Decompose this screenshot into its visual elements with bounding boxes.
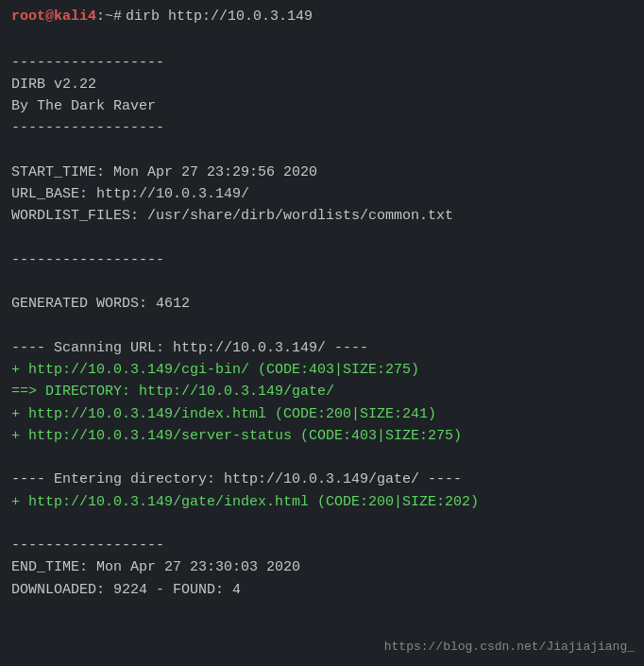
- terminal-window: root@kali4:~# dirb http://10.0.3.149 ---…: [0, 0, 644, 666]
- prompt-command: dirb http://10.0.3.149: [126, 6, 313, 27]
- terminal-line: [11, 140, 633, 162]
- terminal-line: [11, 271, 633, 293]
- terminal-line: ---- Entering directory: http://10.0.3.1…: [11, 469, 633, 490]
- terminal-line: ---- Scanning URL: http://10.0.3.149/ --…: [11, 337, 633, 359]
- terminal-line: DIRB v2.22: [11, 74, 633, 95]
- terminal-line: GENERATED WORDS: 4612: [11, 293, 633, 315]
- terminal-line: ------------------: [11, 535, 633, 556]
- terminal-line: ------------------: [11, 249, 633, 271]
- terminal-line: + http://10.0.3.149/cgi-bin/ (CODE:403|S…: [11, 359, 633, 381]
- terminal-line: By The Dark Raver: [11, 95, 633, 117]
- terminal-line: [11, 316, 633, 337]
- terminal-line: + http://10.0.3.149/gate/index.html (COD…: [11, 491, 633, 513]
- terminal-line: [11, 29, 633, 51]
- terminal-line: URL_BASE: http://10.0.3.149/: [11, 183, 633, 205]
- terminal-line: ==> DIRECTORY: http://10.0.3.149/gate/: [11, 381, 633, 402]
- prompt-symbol: :~#: [96, 6, 122, 27]
- terminal-line: ------------------: [11, 52, 633, 74]
- terminal-line: END_TIME: Mon Apr 27 23:30:03 2020: [11, 556, 633, 578]
- terminal-line: [11, 513, 633, 535]
- watermark: https://blog.csdn.net/Jiajiajiang_: [384, 638, 635, 657]
- terminal-line: + http://10.0.3.149/index.html (CODE:200…: [11, 403, 633, 425]
- prompt-line: root@kali4:~# dirb http://10.0.3.149: [11, 6, 633, 27]
- terminal-output: ------------------DIRB v2.22By The Dark …: [11, 29, 633, 601]
- prompt-user: root@kali4: [11, 6, 96, 27]
- terminal-line: DOWNLOADED: 9224 - FOUND: 4: [11, 579, 633, 601]
- terminal-line: WORDLIST_FILES: /usr/share/dirb/wordlist…: [11, 205, 633, 227]
- terminal-line: [11, 228, 633, 249]
- terminal-line: ------------------: [11, 117, 633, 139]
- terminal-line: + http://10.0.3.149/server-status (CODE:…: [11, 425, 633, 447]
- terminal-line: START_TIME: Mon Apr 27 23:29:56 2020: [11, 162, 633, 183]
- terminal-line: [11, 447, 633, 469]
